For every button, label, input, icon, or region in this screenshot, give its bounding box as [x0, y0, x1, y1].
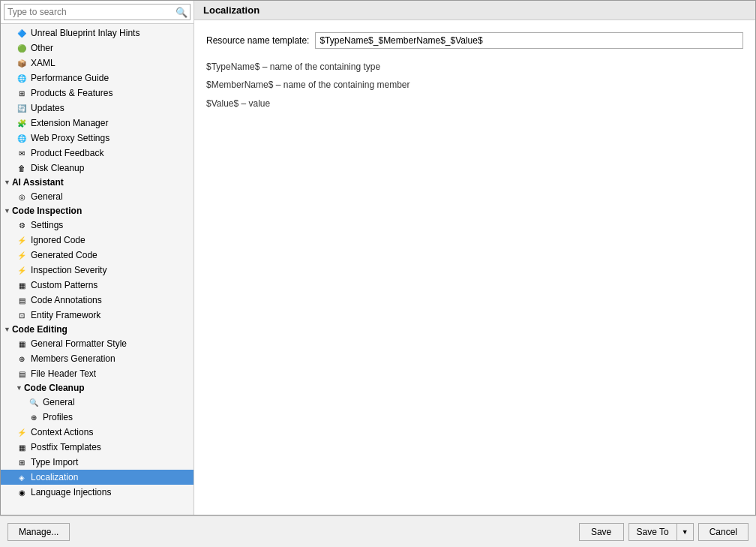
tree-item-product-feedback[interactable]: ✉Product Feedback — [1, 146, 194, 161]
save-to-label: Save To — [629, 524, 677, 540]
injection-icon: ◉ — [16, 486, 28, 498]
tree-item-cc-profiles[interactable]: ⊕Profiles — [1, 410, 194, 425]
tree-item-other[interactable]: 🟢Other — [1, 41, 194, 56]
tree-item-label-perf-guide: Performance Guide — [31, 73, 109, 83]
tree-item-label-ext-manager: Extension Manager — [31, 118, 108, 128]
tree-item-label-xaml: XAML — [31, 58, 56, 68]
refresh-icon: 🔄 — [16, 102, 28, 114]
search-box-container: 🔍 — [1, 1, 194, 24]
ai-icon: ◎ — [16, 191, 28, 203]
tree-item-label-ci-settings: Settings — [31, 220, 63, 230]
settings-icon: ⚙ — [16, 219, 28, 231]
resource-template-input[interactable] — [315, 32, 743, 49]
tree-item-ci-ef[interactable]: ⊡Entity Framework — [1, 308, 194, 323]
header-icon: ▤ — [16, 368, 28, 380]
tree-item-label-updates: Updates — [31, 103, 64, 113]
tree-item-cc-general[interactable]: 🔍General — [1, 395, 194, 410]
tree-item-cat-code-inspection: ▼Code Inspection — [1, 204, 194, 218]
search-icon: 🔍 — [176, 7, 188, 18]
postfix-icon: ▦ — [16, 441, 28, 453]
puzzle-icon: 🧩 — [16, 117, 28, 129]
tree-item-cat-cleanup: ▼Code Cleanup — [1, 381, 194, 395]
tree-item-label-product-feedback: Product Feedback — [31, 148, 104, 158]
blue-grid-icon: ⊞ — [16, 87, 28, 99]
tree-item-ci-ignored[interactable]: ⚡Ignored Code — [1, 233, 194, 248]
tree-item-products[interactable]: ⊞Products & Features — [1, 86, 194, 101]
tree-item-cat-code-editing: ▼Code Editing — [1, 323, 194, 336]
tree-item-ci-annotations[interactable]: ▤Code Annotations — [1, 293, 194, 308]
tree-item-ext-manager[interactable]: 🧩Extension Manager — [1, 116, 194, 131]
collapse-arrow-cat-code-editing[interactable]: ▼ — [4, 326, 10, 333]
hint-text: $Value$ – value — [206, 96, 743, 111]
tree-item-ce-header[interactable]: ▤File Header Text — [1, 366, 194, 381]
tree-item-label-ai-general: General — [31, 191, 63, 202]
bottom-right: Save Save To ▼ Cancel — [579, 523, 748, 541]
tree-item-label-ce-type-import: Type Import — [31, 457, 78, 467]
proxy-icon: 🌐 — [16, 132, 28, 144]
package-icon: 📦 — [16, 57, 28, 69]
unreal-icon: 🔷 — [16, 27, 28, 39]
tree-item-label-unreal: Unreal Blueprint Inlay Hints — [31, 28, 140, 38]
tree-item-ci-severity[interactable]: ⚡Inspection Severity — [1, 263, 194, 278]
tree-item-ce-formatter[interactable]: ▦General Formatter Style — [1, 336, 194, 351]
tree-item-label-ci-severity: Inspection Severity — [31, 265, 106, 275]
tree-item-label-web-proxy: Web Proxy Settings — [31, 133, 110, 143]
tree-item-ai-general[interactable]: ◎General — [1, 189, 194, 204]
tree-item-cat-ai: ▼AI Assistant — [1, 176, 194, 189]
left-panel: 🔍 🔷Unreal Blueprint Inlay Hints🟢Other📦XA… — [1, 1, 194, 515]
tree-item-ce-injections[interactable]: ◉Language Injections — [1, 485, 194, 500]
right-content: Resource name template: $TypeName$ – nam… — [194, 20, 755, 515]
tree-item-ce-postfix[interactable]: ▦Postfix Templates — [1, 440, 194, 455]
collapse-arrow-cat-ai[interactable]: ▼ — [4, 179, 10, 186]
tree-item-xaml[interactable]: 📦XAML — [1, 56, 194, 71]
search-input[interactable] — [4, 4, 190, 20]
resource-template-row: Resource name template: — [206, 32, 743, 49]
tree-item-label-ce-injections: Language Injections — [31, 487, 111, 497]
clean-icon: 🗑 — [16, 162, 28, 174]
formatter-icon: ▦ — [16, 338, 28, 350]
resource-template-label: Resource name template: — [206, 35, 309, 46]
tree-item-ce-context[interactable]: ⚡Context Actions — [1, 425, 194, 440]
tree-container: 🔷Unreal Blueprint Inlay Hints🟢Other📦XAML… — [1, 24, 194, 515]
mail-icon: ✉ — [16, 147, 28, 159]
right-panel: Localization Resource name template: $Ty… — [194, 1, 755, 515]
tree-item-ci-generated[interactable]: ⚡Generated Code — [1, 248, 194, 263]
tree-item-label-ce-formatter: General Formatter Style — [31, 338, 127, 349]
tree-item-ce-type-import[interactable]: ⊞Type Import — [1, 455, 194, 470]
save-to-arrow-icon[interactable]: ▼ — [677, 525, 693, 539]
tree-item-ci-settings[interactable]: ⚙Settings — [1, 218, 194, 233]
tree-item-label-ci-ef: Entity Framework — [31, 310, 100, 320]
tree-item-label-ci-annotations: Code Annotations — [31, 295, 102, 305]
hints-container: $TypeName$ – name of the containing type… — [206, 59, 743, 111]
tree-item-perf-guide[interactable]: 🌐Performance Guide — [1, 71, 194, 86]
tree-item-label-products: Products & Features — [31, 88, 112, 98]
ignored-icon: ⚡ — [16, 234, 28, 246]
tree-item-label-ci-patterns: Custom Patterns — [31, 280, 98, 290]
tree-item-label-ce-context: Context Actions — [31, 427, 93, 437]
hint-text: $MemberName$ – name of the containing me… — [206, 77, 743, 92]
tree-item-web-proxy[interactable]: 🌐Web Proxy Settings — [1, 131, 194, 146]
tree-item-ce-localization[interactable]: ◈Localization — [1, 470, 194, 485]
save-to-button[interactable]: Save To ▼ — [628, 523, 694, 541]
tree-item-label-cat-ai: AI Assistant — [12, 177, 64, 188]
tree-item-label-disk-cleanup: Disk Cleanup — [31, 163, 84, 173]
tree-item-label-ce-localization: Localization — [31, 472, 78, 482]
profiles-icon: ⊕ — [28, 411, 40, 423]
tree-item-label-ci-generated: Generated Code — [31, 250, 98, 260]
tree-item-unreal[interactable]: 🔷Unreal Blueprint Inlay Hints — [1, 26, 194, 41]
context-icon: ⚡ — [16, 426, 28, 438]
collapse-arrow-cat-cleanup[interactable]: ▼ — [16, 384, 22, 392]
tree-item-label-ce-postfix: Postfix Templates — [31, 442, 101, 452]
hint-text: $TypeName$ – name of the containing type — [206, 59, 743, 74]
globe-icon: 🌐 — [16, 72, 28, 84]
bottom-bar: Manage... Save Save To ▼ Cancel — [0, 515, 756, 547]
tree-item-ce-members[interactable]: ⊕Members Generation — [1, 351, 194, 366]
tree-item-disk-cleanup[interactable]: 🗑Disk Cleanup — [1, 161, 194, 176]
cancel-button[interactable]: Cancel — [698, 523, 748, 541]
tree-item-ci-patterns[interactable]: ▦Custom Patterns — [1, 278, 194, 293]
tree-item-updates[interactable]: 🔄Updates — [1, 101, 194, 116]
manage-button[interactable]: Manage... — [8, 523, 70, 541]
collapse-arrow-cat-code-inspection[interactable]: ▼ — [4, 207, 10, 215]
save-button[interactable]: Save — [579, 523, 624, 541]
bottom-left: Manage... — [8, 523, 70, 541]
